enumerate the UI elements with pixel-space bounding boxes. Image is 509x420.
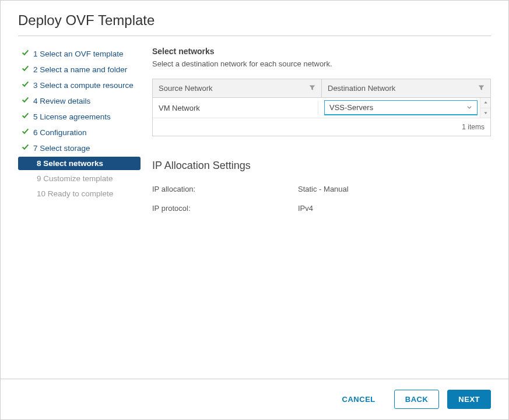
step-select-networks[interactable]: 8 Select networks: [18, 157, 141, 170]
col-source-network[interactable]: Source Network: [153, 79, 322, 97]
select-value: VSS-Servers: [329, 103, 373, 112]
step-configuration[interactable]: 6 Configuration: [18, 125, 141, 139]
col-label: Destination Network: [328, 84, 395, 93]
step-license[interactable]: 5 License agreements: [18, 110, 141, 123]
ip-allocation-row: IP allocation: Static - Manual: [152, 185, 491, 193]
step-customize-template: 9 Customize template: [18, 172, 141, 185]
ip-protocol-label: IP protocol:: [152, 204, 298, 213]
cancel-button[interactable]: CANCEL: [332, 390, 386, 408]
table-header: Source Network Destination Network: [153, 79, 490, 98]
wizard-sidebar: 1 Select an OVF template 2 Select a name…: [18, 47, 141, 379]
step-label: 4 Review details: [33, 97, 90, 105]
step-label: 6 Configuration: [33, 128, 87, 137]
step-label: 10 Ready to complete: [33, 189, 113, 198]
dialog-title: Deploy OVF Template: [18, 12, 491, 29]
ip-protocol-value: IPv4: [298, 204, 491, 213]
chevron-down-icon: [466, 104, 472, 111]
scroll-up-icon[interactable]: [480, 98, 490, 108]
step-label: 1 Select an OVF template: [33, 50, 124, 58]
step-select-storage[interactable]: 7 Select storage: [18, 141, 141, 155]
dialog-header: Deploy OVF Template: [1, 1, 508, 36]
back-button[interactable]: BACK: [394, 390, 440, 409]
step-label: 5 License agreements: [33, 112, 111, 121]
next-button[interactable]: NEXT: [447, 390, 491, 409]
dialog-body: 1 Select an OVF template 2 Select a name…: [1, 36, 508, 379]
destination-network-select[interactable]: VSS-Servers: [324, 100, 478, 115]
ip-allocation-heading: IP Allocation Settings: [152, 160, 491, 172]
step-label: 8 Select networks: [33, 159, 103, 168]
table-footer: 1 items: [153, 118, 490, 136]
check-icon: [22, 96, 31, 105]
main-panel: Select networks Select a destination net…: [152, 47, 491, 379]
step-name-folder[interactable]: 2 Select a name and folder: [18, 62, 141, 76]
col-destination-network[interactable]: Destination Network: [322, 79, 490, 97]
network-table: Source Network Destination Network VM Ne…: [152, 79, 491, 136]
ip-allocation-value: Static - Manual: [298, 185, 491, 193]
ip-allocation-label: IP allocation:: [152, 185, 298, 193]
check-icon: [22, 112, 31, 121]
section-subtitle: Select a destination network for each so…: [152, 59, 491, 68]
filter-icon[interactable]: [309, 84, 315, 93]
step-ovf-template[interactable]: 1 Select an OVF template: [18, 47, 141, 61]
ip-protocol-row: IP protocol: IPv4: [152, 204, 491, 213]
table-row: VM Network VSS-Servers: [153, 98, 490, 118]
section-title: Select networks: [152, 47, 491, 56]
deploy-ovf-dialog: Deploy OVF Template 1 Select an OVF temp…: [0, 0, 509, 420]
step-compute-resource[interactable]: 3 Select a compute resource: [18, 78, 141, 92]
scroll-down-icon[interactable]: [480, 108, 490, 118]
check-icon: [22, 80, 31, 90]
check-icon: [22, 128, 31, 137]
check-icon: [22, 143, 31, 153]
dialog-footer: CANCEL BACK NEXT: [1, 379, 508, 419]
check-icon: [22, 65, 31, 74]
step-label: 7 Select storage: [33, 144, 90, 153]
col-label: Source Network: [159, 84, 212, 93]
source-network-cell: VM Network: [153, 101, 318, 115]
step-label: 9 Customize template: [33, 174, 113, 183]
filter-icon[interactable]: [478, 84, 485, 93]
step-ready-complete: 10 Ready to complete: [18, 187, 141, 200]
check-icon: [22, 49, 31, 58]
step-label: 2 Select a name and folder: [33, 65, 127, 74]
row-scroll: [480, 98, 490, 118]
destination-network-cell: VSS-Servers: [318, 98, 490, 118]
step-label: 3 Select a compute resource: [33, 81, 134, 90]
step-review-details[interactable]: 4 Review details: [18, 94, 141, 108]
